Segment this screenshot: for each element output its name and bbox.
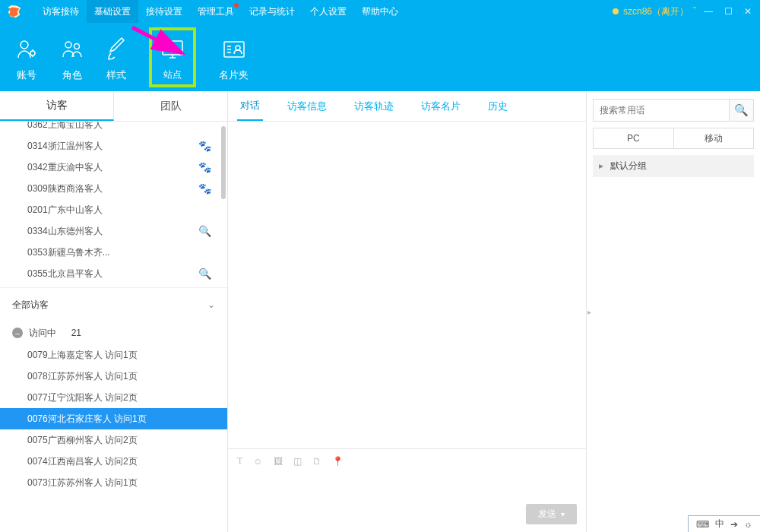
visitor-name: 0314浙江温州客人 (27, 140, 103, 153)
tool-account[interactable]: 账号 (15, 36, 38, 82)
q-icon: 🔍 (198, 268, 209, 280)
menu-item[interactable]: 访客接待 (35, 0, 87, 23)
visitor-name: 0355北京昌平客人 (27, 268, 103, 280)
visiting-count: 21 (71, 328, 81, 338)
emoji-icon[interactable]: ☺ (253, 456, 262, 467)
menu-item[interactable]: 记录与统计 (242, 0, 302, 23)
menu-label: 接待设置 (146, 5, 182, 18)
collapse-icon: – (12, 328, 23, 338)
phrase-search-input[interactable] (594, 105, 729, 116)
scrollbar[interactable] (221, 126, 226, 199)
panel-expand-handle[interactable]: ▸ (586, 293, 592, 331)
menu-item[interactable]: 基础设置 (87, 0, 138, 23)
visitor-row[interactable]: 0201广东中山客人 (0, 199, 227, 220)
session-row[interactable]: 0077辽宁沈阳客人 访问2页 (0, 387, 227, 408)
session-row[interactable]: 0076河北石家庄客人 访问1页 (0, 408, 227, 429)
text-format-icon[interactable]: T (237, 455, 242, 467)
user-label: szcn86（离开） (623, 5, 689, 18)
menu-item[interactable]: 管理工具 (190, 0, 242, 23)
paw-icon: 🐾 (198, 161, 209, 173)
visitor-name: 0334山东德州客人 (27, 225, 103, 238)
visitor-name: 0342重庆渝中客人 (27, 161, 103, 174)
left-tab[interactable]: 访客 (0, 91, 114, 121)
ime-extra-icon: ☼ (744, 519, 752, 530)
menu-label: 管理工具 (198, 5, 234, 18)
ime-lang: 中 (715, 518, 724, 530)
tool-label: 名片夹 (219, 68, 249, 82)
svg-rect-5 (224, 42, 244, 57)
highlight-box: 站点 (149, 27, 196, 87)
session-row[interactable]: 0075广西柳州客人 访问2页 (0, 429, 227, 451)
svg-point-3 (74, 44, 80, 49)
menu-label: 访客接待 (43, 5, 79, 18)
session-row[interactable]: 0079上海嘉定客人 访问1页 (0, 344, 227, 366)
visiting-label: 访问中 (29, 327, 56, 340)
menu-item[interactable]: 个人设置 (302, 0, 354, 23)
tool-style[interactable]: 样式 (106, 36, 126, 82)
session-row[interactable]: 0073江苏苏州客人 访问1页 (0, 472, 227, 493)
app-logo (6, 3, 23, 20)
default-group[interactable]: 默认分组 (593, 155, 754, 177)
tool-label: 角色 (62, 68, 82, 82)
close-button[interactable]: ✕ (740, 4, 755, 19)
minimize-button[interactable]: — (701, 4, 716, 19)
phrase-search: 🔍 (593, 99, 754, 122)
q-icon: 🔍 (198, 225, 209, 237)
conversation-tab[interactable]: 访客名片 (418, 91, 464, 121)
role-icon (61, 36, 84, 62)
visitor-row[interactable]: 0309陕西商洛客人🐾 (0, 178, 227, 199)
tool-label: 账号 (17, 68, 36, 82)
send-label: 发送 (538, 508, 556, 521)
visitor-row[interactable]: 0342重庆渝中客人🐾 (0, 157, 227, 178)
visitor-name: 0309陕西商洛客人 (27, 182, 103, 195)
chevron-down-icon: ˇ (693, 6, 696, 17)
tool-site[interactable]: 站点 (160, 36, 185, 81)
visitor-row[interactable]: 0314浙江温州客人🐾 (0, 135, 227, 157)
ime-bar[interactable]: ⌨ 中 ➔ ☼ (688, 515, 760, 532)
all-visitors-header[interactable]: 全部访客 ⌄ (0, 288, 227, 321)
device-tab[interactable]: PC (594, 128, 674, 148)
tool-label: 样式 (106, 68, 126, 82)
visitor-row[interactable]: 0355北京昌平客人🔍 (0, 263, 227, 284)
device-tab[interactable]: 移动 (674, 128, 754, 148)
conversation-tab[interactable]: 对话 (237, 91, 263, 121)
session-row[interactable]: 0074江西南昌客人 访问2页 (0, 451, 227, 472)
conversation-tab[interactable]: 访客轨迹 (351, 91, 397, 121)
user-status[interactable]: szcn86（离开） ˇ (613, 5, 696, 18)
menu-label: 记录与统计 (249, 5, 295, 18)
left-tab[interactable]: 团队 (114, 91, 227, 121)
visitor-name: 0201广东中山客人 (27, 204, 103, 217)
session-row[interactable]: 0078江苏苏州客人 访问1页 (0, 366, 227, 387)
image-icon[interactable]: 🖼 (274, 456, 283, 467)
chevron-down-icon[interactable]: ⌄ (207, 299, 215, 310)
visitor-name: 0353新疆乌鲁木齐... (27, 246, 110, 259)
chevron-down-icon: ▾ (561, 510, 565, 518)
paw-icon: 🐾 (198, 182, 209, 195)
card-icon (222, 36, 246, 62)
conversation-tab[interactable]: 历史 (485, 91, 511, 121)
conversation-tab[interactable]: 访客信息 (284, 91, 330, 121)
maximize-button[interactable]: ☐ (720, 4, 736, 19)
svg-point-2 (65, 42, 71, 48)
ime-mode-icon: ➔ (730, 519, 738, 530)
crop-icon[interactable]: ◫ (293, 456, 302, 467)
style-icon (106, 36, 126, 62)
visitor-row[interactable]: 0362上海宝山客人 (0, 122, 227, 135)
tool-role[interactable]: 角色 (61, 36, 84, 82)
search-button[interactable]: 🔍 (729, 100, 753, 121)
menu-label: 基础设置 (94, 5, 131, 18)
location-icon[interactable]: 📍 (332, 456, 344, 467)
visitor-row[interactable]: 0353新疆乌鲁木齐... (0, 242, 227, 263)
tool-card[interactable]: 名片夹 (219, 36, 249, 82)
menu-item[interactable]: 接待设置 (138, 0, 190, 23)
account-icon (15, 36, 38, 62)
svg-point-6 (236, 46, 240, 50)
visitor-row[interactable]: 0334山东德州客人🔍 (0, 220, 227, 242)
send-button[interactable]: 发送 ▾ (526, 504, 577, 524)
menu-item[interactable]: 帮助中心 (354, 0, 406, 23)
chat-body (228, 122, 586, 448)
message-input[interactable] (237, 467, 577, 504)
visiting-group[interactable]: – 访问中 21 (0, 321, 227, 344)
menu-label: 个人设置 (310, 5, 347, 18)
file-icon[interactable]: 🗋 (312, 456, 321, 467)
